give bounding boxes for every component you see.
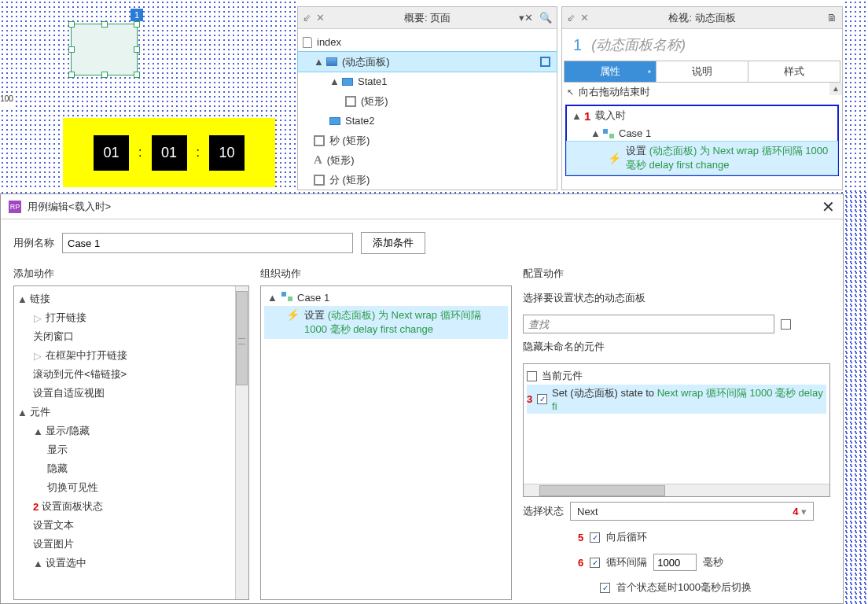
events-block: ▲1载入时 ▲Case 1 ⚡设置 (动态面板) 为 Next wrap 循环间…	[565, 105, 839, 176]
bolt-icon: ⚡	[286, 308, 300, 321]
add-condition-button[interactable]: 添加条件	[361, 232, 425, 254]
scrollbar[interactable]	[235, 286, 248, 599]
action-item[interactable]: 显示	[17, 440, 245, 459]
event-row-action[interactable]: ⚡设置 (动态面板) 为 Next wrap 循环间隔 1000 毫秒 dela…	[567, 142, 837, 175]
dp-select-list: 当前元件 3Set (动态面板) state to Next wrap 循环间隔…	[523, 363, 830, 497]
action-group-link[interactable]: ▲链接	[17, 289, 245, 308]
colon: :	[197, 145, 200, 160]
close-icon[interactable]: ✕	[316, 12, 325, 24]
checkbox-checked[interactable]	[537, 394, 547, 404]
arrow-icon[interactable]: ▲	[590, 127, 598, 139]
resize-handle[interactable]	[68, 46, 75, 53]
resize-handle[interactable]	[68, 21, 75, 28]
action-item[interactable]: ▷打开链接	[17, 308, 245, 327]
tab-properties[interactable]: 属性*	[565, 61, 657, 82]
close-button[interactable]: ✕	[822, 197, 835, 216]
action-item[interactable]: 滚动到元件<锚链接>	[17, 365, 245, 384]
tree-row-div[interactable]: 分 (矩形)	[298, 170, 557, 190]
action-item[interactable]: 隐藏	[17, 459, 245, 478]
select-dp-label: 选择要设置状态的动态面板	[523, 286, 830, 310]
scrollbar[interactable]: ▲	[829, 83, 842, 176]
interval-input[interactable]	[653, 554, 697, 571]
action-set-panel-state[interactable]: 2设置面板状态	[17, 497, 245, 516]
resize-handle[interactable]	[134, 72, 140, 78]
action-item[interactable]: 切换可见性	[17, 478, 245, 497]
interval-label: 循环间隔	[606, 555, 647, 569]
resize-handle[interactable]	[68, 72, 75, 78]
scroll-thumb[interactable]	[236, 291, 248, 385]
event-row-prev[interactable]: ↖向右拖动结束时	[562, 83, 842, 101]
action-item[interactable]: ▲设置选中	[17, 554, 245, 573]
widget-name[interactable]: (动态面板名称)	[591, 35, 686, 54]
tree-row-a[interactable]: A(矩形)	[298, 150, 557, 170]
state-icon	[329, 117, 340, 125]
panel-outline: ⇙✕ 概要: 页面 ▾✕🔍 index ▲(动态面板) ▲State1 (矩形)…	[297, 6, 557, 190]
case-icon	[603, 129, 614, 138]
event-row-load[interactable]: ▲1载入时	[567, 106, 837, 125]
inspect-tabs: 属性* 说明 样式	[564, 61, 840, 83]
marker-3: 3	[527, 393, 532, 405]
tab-style[interactable]: 样式	[748, 61, 840, 82]
timer-widget[interactable]: 01 : 01 : 10	[63, 118, 275, 187]
search-icon[interactable]: 🔍	[539, 12, 552, 24]
panel-icon	[326, 57, 337, 66]
tab-description[interactable]: 说明	[657, 61, 748, 82]
arrow-icon[interactable]: ▲	[314, 56, 322, 68]
tree-row-state2[interactable]: State2	[298, 111, 557, 131]
marker-5: 5	[578, 532, 583, 543]
action-group-widget[interactable]: ▲元件	[17, 403, 245, 422]
action-item[interactable]: 设置自适应视图	[17, 384, 245, 403]
h-scrollbar[interactable]	[524, 484, 829, 496]
pin-icon[interactable]: ⇙	[567, 12, 576, 24]
event-row-case[interactable]: ▲Case 1	[567, 125, 837, 142]
wrap-label: 向后循环	[606, 530, 647, 544]
configure-header: 配置动作	[523, 267, 830, 285]
digit: 01	[152, 135, 187, 171]
case-name-input[interactable]	[62, 233, 353, 253]
marker-1: 1	[584, 109, 590, 123]
wrap-checkbox[interactable]	[590, 532, 600, 543]
resize-handle[interactable]	[134, 46, 140, 53]
action-list: ▲链接 ▷打开链接 关闭窗口 ▷在框架中打开链接 滚动到元件<锚链接> 设置自适…	[13, 285, 249, 600]
filter-icon[interactable]: ▾✕	[519, 12, 533, 24]
arrow-icon[interactable]: ▲	[329, 76, 337, 87]
text-icon: A	[314, 153, 322, 167]
widget-number: 1	[573, 36, 582, 54]
pin-icon[interactable]: ⇙	[303, 12, 311, 24]
arrow-icon[interactable]: ▲	[572, 110, 579, 122]
action-item[interactable]: 关闭窗口	[17, 327, 245, 346]
dialog-title: 用例编辑<载入时>	[28, 200, 111, 214]
dp-row-current[interactable]: 当前元件	[527, 367, 826, 385]
tree-label: index	[317, 36, 341, 48]
tree-row-index[interactable]: index	[298, 32, 557, 52]
org-case-row[interactable]: ▲Case 1	[264, 289, 508, 306]
org-action-row[interactable]: ⚡设置 (动态面板) 为 Next wrap 循环间隔 1000 毫秒 dela…	[264, 306, 508, 339]
scroll-thumb[interactable]	[539, 485, 665, 496]
tree-row-sec[interactable]: 秒 (矩形)	[298, 131, 557, 150]
search-input[interactable]	[523, 315, 774, 333]
action-item[interactable]: ▷在框架中打开链接	[17, 346, 245, 365]
delay-checkbox[interactable]	[600, 583, 610, 593]
resize-handle[interactable]	[134, 21, 140, 28]
selected-shape[interactable]: 1	[71, 24, 138, 76]
state-dropdown[interactable]: Next4 ▾	[570, 502, 814, 521]
tree-row-dp[interactable]: ▲(动态面板)	[298, 52, 557, 72]
organize-header: 组织动作	[260, 267, 512, 285]
tree-row-state1[interactable]: ▲State1	[298, 72, 557, 91]
colon: :	[138, 145, 142, 160]
action-item[interactable]: ▲显示/隐藏	[17, 422, 245, 440]
hide-unnamed-checkbox[interactable]	[781, 319, 791, 330]
checkbox[interactable]	[527, 371, 537, 381]
action-item[interactable]: 设置文本	[17, 516, 245, 535]
close-icon[interactable]: ✕	[580, 12, 589, 24]
note-icon[interactable]: 🗎	[827, 12, 837, 24]
bolt-icon: ⚡	[608, 152, 621, 164]
resize-handle[interactable]	[101, 21, 108, 28]
interval-checkbox[interactable]	[590, 558, 600, 568]
resize-handle[interactable]	[101, 72, 108, 78]
panel-header: ⇙✕ 检视: 动态面板 🗎	[562, 7, 842, 29]
dp-row-selected[interactable]: 3Set (动态面板) state to Next wrap 循环间隔 1000…	[527, 385, 826, 414]
action-item[interactable]: 设置图片	[17, 535, 245, 554]
tree-label: (矩形)	[327, 153, 355, 168]
tree-row-rect[interactable]: (矩形)	[298, 91, 557, 111]
